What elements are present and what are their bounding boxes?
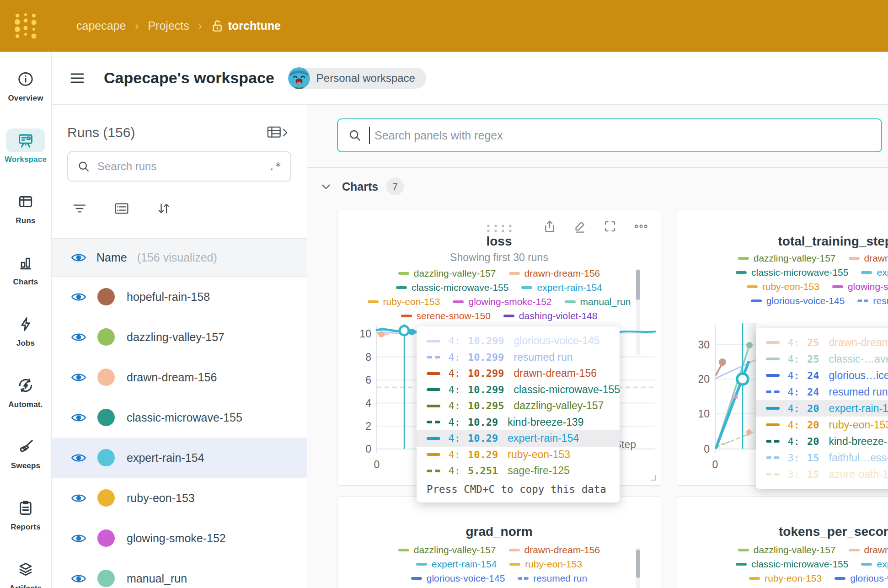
visibility-eye-icon[interactable] xyxy=(71,452,86,464)
workspace-badge[interactable]: Personal workspace xyxy=(288,67,426,89)
breadcrumb-projects[interactable]: Projects xyxy=(148,19,189,32)
run-row[interactable]: classic-microwave-155 xyxy=(52,397,307,438)
regex-toggle[interactable]: .* xyxy=(268,160,281,172)
legend-scrollbar-thumb[interactable] xyxy=(636,270,640,300)
legend-item[interactable]: classic-microwave-155 xyxy=(396,282,508,293)
run-row[interactable]: manual_run xyxy=(52,558,307,588)
sidebar-item-overview[interactable]: Overview xyxy=(6,67,45,103)
legend-item[interactable]: glowing-smoke-152 xyxy=(832,281,888,292)
legend-item[interactable]: dazzling-valley-157 xyxy=(738,253,836,264)
legend-item[interactable]: glorious-voice-145 xyxy=(411,573,505,584)
legend-item[interactable]: serene-snow-150 xyxy=(401,310,491,321)
breadcrumb-project[interactable]: torchtune xyxy=(211,19,281,32)
filter-icon[interactable] xyxy=(72,202,87,215)
legend-item[interactable]: glorious-voice-145 xyxy=(751,295,845,306)
run-row[interactable]: dazzling-valley-157 xyxy=(52,317,307,357)
run-name[interactable]: hopeful-rain-158 xyxy=(127,290,210,304)
chart-legend: dazzling-valley-157 drawn-dream-156 xyxy=(677,253,888,306)
legend-item[interactable]: glorious-voice-145 xyxy=(835,573,888,584)
legend-item[interactable]: drawn-dream-156 xyxy=(849,545,888,556)
sidebar-item-reports[interactable]: Reports xyxy=(6,496,45,532)
resize-handle[interactable] xyxy=(650,474,657,481)
run-name[interactable]: expert-rain-154 xyxy=(127,451,204,465)
legend-item[interactable]: ruby-eon-153 xyxy=(509,559,582,570)
legend-item[interactable]: drawn-dream-156 xyxy=(849,253,888,264)
column-header-name[interactable]: Name xyxy=(96,251,127,264)
legend-item[interactable]: resumed run xyxy=(857,295,888,306)
run-row[interactable]: glowing-smoke-152 xyxy=(52,518,307,558)
legend-item[interactable]: classic-microwave-155 xyxy=(736,559,848,570)
legend-item[interactable]: ruby-eon-153 xyxy=(747,281,819,292)
export-icon[interactable] xyxy=(543,219,556,233)
tooltip-run-name: glorious…ice-145 xyxy=(829,369,888,382)
runs-count-title: Runs (156) xyxy=(67,125,135,140)
drag-handle-icon[interactable] xyxy=(485,223,514,233)
sidebar-item-automations[interactable]: Automat. xyxy=(6,374,45,409)
run-name[interactable]: classic-microwave-155 xyxy=(127,411,242,424)
sidebar-item-runs[interactable]: Runs xyxy=(6,190,45,225)
visibility-eye-icon[interactable] xyxy=(71,533,86,544)
edit-pencil-icon[interactable] xyxy=(573,219,587,233)
run-name[interactable]: drawn-dream-156 xyxy=(127,371,217,384)
tooltip-run-name: kind-breeze-139 xyxy=(508,416,583,428)
legend-item[interactable]: dazzling-valley-157 xyxy=(738,545,836,556)
run-row[interactable]: ruby-eon-153 xyxy=(52,478,307,518)
tooltip-swatch xyxy=(427,388,440,391)
tooltip-step: 4: xyxy=(446,433,460,444)
breadcrumb-entity[interactable]: capecape xyxy=(76,19,126,32)
legend-item[interactable]: manual_run xyxy=(565,296,631,307)
tooltip-value: 10.299 xyxy=(468,384,504,396)
legend-run-label: glorious-voice-145 xyxy=(766,295,845,306)
chart-title: grad_norm xyxy=(337,524,661,539)
visibility-eye-icon[interactable] xyxy=(71,291,86,303)
run-row[interactable]: expert-rain-154 xyxy=(52,438,307,478)
visibility-eye-icon[interactable] xyxy=(71,331,86,343)
legend-item[interactable]: ruby-eon-153 xyxy=(749,573,822,584)
sort-icon[interactable] xyxy=(156,201,171,216)
legend-scrollbar-thumb[interactable] xyxy=(636,550,640,578)
sidebar-item-sweeps[interactable]: Sweeps xyxy=(6,435,45,470)
run-name[interactable]: glowing-smoke-152 xyxy=(127,532,226,545)
sidebar-item-artifacts[interactable]: Artifacts xyxy=(6,557,45,588)
more-options-icon[interactable] xyxy=(633,219,649,233)
menu-hamburger-icon[interactable] xyxy=(70,72,85,84)
sidebar-item-workspace[interactable]: Workspace xyxy=(5,128,47,164)
wandb-logo[interactable] xyxy=(0,12,52,40)
visibility-eye-icon[interactable] xyxy=(71,372,86,383)
chevron-down-icon[interactable] xyxy=(320,181,332,192)
visibility-eye-icon[interactable] xyxy=(71,252,86,263)
run-row[interactable]: hopeful-rain-158 xyxy=(52,277,307,317)
visibility-eye-icon[interactable] xyxy=(71,492,86,504)
run-name[interactable]: ruby-eon-153 xyxy=(127,492,195,505)
visibility-eye-icon[interactable] xyxy=(71,573,86,584)
chart-panel-tokens-per-second[interactable]: tokens_per_second dazzling-valley-157 xyxy=(677,497,888,588)
sidebar-item-jobs[interactable]: Jobs xyxy=(6,312,45,348)
legend-item[interactable]: dazzling-valley-157 xyxy=(398,545,496,556)
sidebar-item-charts[interactable]: Charts xyxy=(6,251,45,287)
search-runs-input[interactable] xyxy=(96,160,262,173)
legend-item[interactable]: expert-rain-154 xyxy=(416,559,497,570)
run-name[interactable]: manual_run xyxy=(127,572,187,585)
run-name[interactable]: dazzling-valley-157 xyxy=(127,331,225,344)
visibility-eye-icon[interactable] xyxy=(71,412,86,423)
legend-item[interactable]: resumed run xyxy=(518,573,587,584)
legend-item[interactable]: dazzling-valley-157 xyxy=(398,268,496,279)
expand-table-button[interactable] xyxy=(267,125,290,140)
legend-item[interactable]: glowing-smoke-152 xyxy=(453,296,551,307)
legend-item[interactable]: drawn-dream-156 xyxy=(509,545,600,556)
legend-item[interactable]: expert-rain-154 xyxy=(861,559,888,570)
legend-item[interactable]: dashing-violet-148 xyxy=(503,310,598,321)
run-row[interactable]: drawn-dream-156 xyxy=(52,357,307,397)
legend-item[interactable]: ruby-eon-153 xyxy=(368,296,440,307)
chart-panel-grad-norm[interactable]: grad_norm dazzling-valley-157 xyxy=(337,497,661,588)
section-title-charts[interactable]: Charts xyxy=(342,180,378,193)
tooltip-step: 4: xyxy=(785,370,800,381)
legend-item[interactable]: expert-rain-154 xyxy=(521,282,602,293)
legend-item[interactable]: drawn-dream-156 xyxy=(509,268,600,279)
group-list-icon[interactable] xyxy=(114,202,129,215)
fullscreen-icon[interactable] xyxy=(603,219,617,233)
legend-item[interactable]: classic-microwave-155 xyxy=(736,267,848,278)
bar-chart-icon xyxy=(6,251,45,275)
legend-item[interactable]: expert-rain-154 xyxy=(861,267,888,278)
search-panels-input[interactable] xyxy=(374,128,871,143)
